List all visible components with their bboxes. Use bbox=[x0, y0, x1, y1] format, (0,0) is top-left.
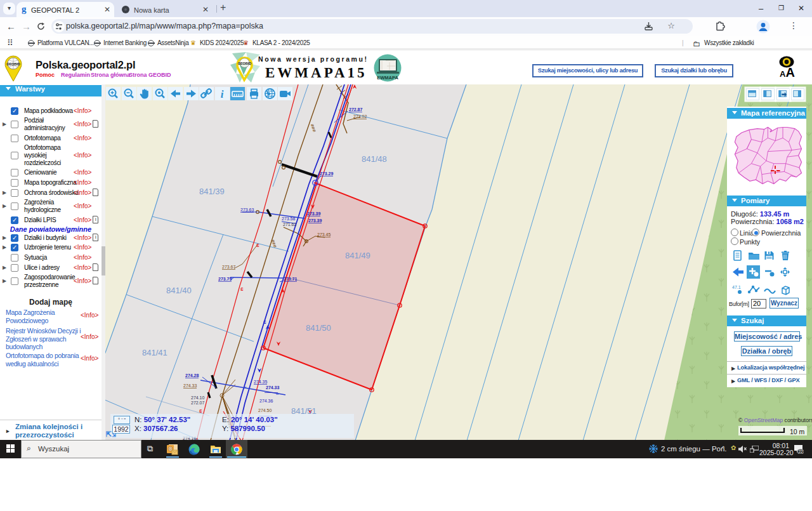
svg-text:273.67: 273.67 bbox=[222, 265, 236, 269]
svg-text:273.29: 273.29 bbox=[320, 171, 334, 176]
svg-text:273.71: 273.71 bbox=[284, 277, 298, 281]
svg-text:273.75: 273.75 bbox=[218, 277, 232, 281]
svg-text:273.39: 273.39 bbox=[308, 218, 322, 223]
svg-text:EWMAPA15: EWMAPA15 bbox=[265, 65, 367, 81]
svg-text:i: i bbox=[220, 88, 223, 100]
svg-text:841/49: 841/49 bbox=[345, 251, 370, 260]
svg-text:GEOBID: GEOBID bbox=[238, 62, 252, 65]
svg-text:GEOBID: GEOBID bbox=[6, 62, 20, 66]
svg-text:EWMAPA: EWMAPA bbox=[377, 75, 398, 81]
svg-text:274.36: 274.36 bbox=[259, 399, 273, 403]
svg-text:841/50: 841/50 bbox=[306, 323, 331, 333]
svg-text:273.63: 273.63 bbox=[240, 208, 254, 212]
svg-text:Ɛ: Ɛ bbox=[199, 408, 202, 414]
svg-text:841/40: 841/40 bbox=[166, 286, 192, 295]
svg-text:272.07: 272.07 bbox=[191, 401, 205, 405]
svg-text:w: w bbox=[275, 392, 279, 395]
svg-text:274.33: 274.33 bbox=[266, 385, 280, 390]
svg-text:Ɛ: Ɛ bbox=[256, 242, 259, 248]
svg-text:841/39: 841/39 bbox=[199, 187, 225, 196]
svg-text:274.50: 274.50 bbox=[258, 408, 272, 413]
svg-text:Nowa wersja programu!: Nowa wersja programu! bbox=[258, 55, 369, 63]
svg-text:274.35: 274.35 bbox=[254, 380, 268, 384]
svg-text:274.28: 274.28 bbox=[185, 373, 199, 378]
svg-text:47.1: 47.1 bbox=[732, 285, 741, 289]
svg-text:274.33: 274.33 bbox=[183, 383, 197, 388]
svg-text:273.02: 273.02 bbox=[353, 114, 367, 119]
svg-text:Ɛ: Ɛ bbox=[263, 319, 266, 325]
svg-text:w: w bbox=[243, 385, 247, 389]
svg-text:Ɛ: Ɛ bbox=[240, 286, 244, 292]
svg-text:273.45: 273.45 bbox=[317, 232, 331, 237]
svg-text:272.87: 272.87 bbox=[349, 107, 363, 112]
svg-text:274.10: 274.10 bbox=[191, 395, 205, 400]
svg-text:273.39: 273.39 bbox=[307, 211, 321, 216]
svg-text:22: 22 bbox=[798, 449, 803, 454]
svg-text:841/41: 841/41 bbox=[142, 348, 167, 357]
svg-text:271.62: 271.62 bbox=[283, 222, 297, 227]
svg-text:841/48: 841/48 bbox=[362, 154, 387, 164]
svg-text:273.58: 273.58 bbox=[282, 216, 296, 221]
